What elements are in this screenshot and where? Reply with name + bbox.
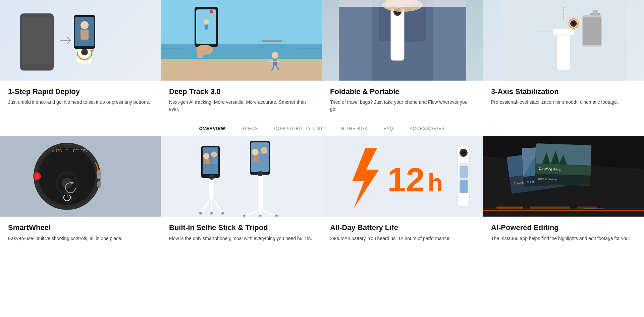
svg-rect-68 <box>97 170 101 179</box>
svg-rect-15 <box>273 59 277 65</box>
feature-content-smartwheel: SmartWheel Easy-to-use intuitive shootin… <box>0 217 161 250</box>
feature-content-portable: Foldable & Portable Tired of travel bags… <box>322 81 483 121</box>
product-nav: OVERVIEW SPECS COMPATIBILITY LIST IN THE… <box>0 121 644 136</box>
feature-desc-smartwheel: Easy-to-use intuitive shooting controls,… <box>8 235 153 242</box>
feature-title-editing: AI-Powered Editing <box>491 223 636 232</box>
svg-point-74 <box>211 151 217 157</box>
feature-desc-stabilization: Professional-level stabilization for smo… <box>491 99 636 106</box>
feature-card-stabilization: 3-Axis Stabilization Professional-level … <box>483 0 644 121</box>
nav-item-inbox[interactable]: IN THE BOX <box>339 126 368 131</box>
svg-point-92 <box>258 171 263 176</box>
nav-item-overview[interactable]: OVERVIEW <box>199 126 225 131</box>
svg-point-108 <box>462 151 466 155</box>
feature-content-selfie: Built-In Selfie Stick & Tripod Flow is t… <box>161 217 322 250</box>
svg-point-23 <box>210 10 213 13</box>
svg-text:12: 12 <box>387 161 425 198</box>
feature-desc-editing: The Insta360 app helps find the highligh… <box>491 235 636 242</box>
svg-text:AUTO: AUTO <box>52 149 62 153</box>
svg-rect-132 <box>530 207 570 209</box>
svg-text:Traveling diary.: Traveling diary. <box>539 167 561 171</box>
feature-image-selfie <box>161 136 322 217</box>
nav-item-compatibility[interactable]: COMPATIBILITY LIST <box>274 126 323 131</box>
svg-rect-90 <box>261 154 267 161</box>
svg-rect-105 <box>460 180 468 193</box>
svg-point-88 <box>261 147 267 154</box>
svg-rect-1 <box>22 17 52 64</box>
svg-rect-89 <box>253 155 259 162</box>
feature-content-battery: All-Day Battery Life 2900mAh battery. Yo… <box>322 217 483 250</box>
svg-rect-131 <box>496 207 523 209</box>
svg-point-78 <box>209 174 214 180</box>
svg-text:PF: PF <box>73 149 78 153</box>
feature-title-smartwheel: SmartWheel <box>8 223 153 232</box>
feature-desc-battery: 2900mAh battery. You heard us. 12 hours … <box>330 235 475 242</box>
nav-item-faq[interactable]: FAQ <box>384 126 393 131</box>
feature-image-smartwheel: AUTO F PF FPV <box>0 136 161 217</box>
svg-rect-133 <box>577 207 597 209</box>
svg-rect-38 <box>339 0 466 7</box>
svg-rect-9 <box>80 30 89 40</box>
svg-text:Best moments: Best moments <box>538 177 558 181</box>
feature-title-stabilization: 3-Axis Stabilization <box>491 87 636 96</box>
svg-rect-22 <box>205 25 208 30</box>
feature-content-track: Deep Track 3.0 Next-gen AI tracking. Mor… <box>161 81 322 121</box>
svg-point-21 <box>204 19 209 25</box>
svg-rect-76 <box>212 157 217 164</box>
svg-rect-91 <box>258 175 263 210</box>
svg-point-82 <box>199 212 202 215</box>
svg-rect-46 <box>583 17 601 45</box>
svg-point-84 <box>210 212 213 215</box>
feature-card-selfie: Built-In Selfie Stick & Tripod Flow is t… <box>161 136 322 250</box>
svg-text:FPV: FPV <box>80 149 88 153</box>
svg-rect-70 <box>161 136 322 217</box>
feature-title-portable: Foldable & Portable <box>330 87 475 96</box>
features-grid-top: 1-Step Rapid Deploy Just unfold it once … <box>0 0 644 121</box>
svg-point-62 <box>35 174 39 179</box>
svg-rect-51 <box>593 10 598 15</box>
feature-card-track: Deep Track 3.0 Next-gen AI tracking. Mor… <box>161 0 322 121</box>
svg-rect-69 <box>97 181 101 187</box>
feature-title-deploy: 1-Step Rapid Deploy <box>8 87 153 96</box>
feature-desc-deploy: Just unfold it once and go. No need to s… <box>8 99 153 106</box>
svg-point-4 <box>81 49 88 55</box>
feature-title-track: Deep Track 3.0 <box>169 87 314 96</box>
feature-image-stabilization <box>483 0 644 81</box>
svg-rect-25 <box>197 46 203 58</box>
svg-rect-134 <box>483 209 644 209</box>
svg-rect-41 <box>553 29 574 35</box>
svg-point-83 <box>221 212 224 215</box>
svg-point-8 <box>80 21 89 29</box>
feature-content-deploy: 1-Step Rapid Deploy Just unfold it once … <box>0 81 161 114</box>
feature-content-stabilization: 3-Axis Stabilization Professional-level … <box>483 81 644 114</box>
svg-rect-10 <box>161 0 322 47</box>
svg-point-44 <box>572 22 575 25</box>
svg-rect-135 <box>584 209 604 209</box>
svg-point-87 <box>252 149 259 155</box>
feature-image-track <box>161 0 322 81</box>
nav-item-accessories[interactable]: ACCESSORIES <box>410 126 445 131</box>
feature-card-portable: Foldable & Portable Tired of travel bags… <box>322 0 483 121</box>
nav-item-specs[interactable]: SPECS <box>241 126 258 131</box>
svg-rect-77 <box>209 178 214 198</box>
features-grid-bottom: AUTO F PF FPV <box>0 136 644 250</box>
feature-desc-track: Next-gen AI tracking. More versatile. Mo… <box>169 99 314 113</box>
feature-desc-selfie: Flow is the only smartphone gimbal with … <box>169 235 314 242</box>
svg-rect-40 <box>557 34 570 71</box>
svg-rect-12 <box>161 59 322 81</box>
feature-desc-portable: Tired of travel bags? Just take your pho… <box>330 99 475 113</box>
svg-point-73 <box>203 153 209 159</box>
feature-title-selfie: Built-In Selfie Stick & Tripod <box>169 223 314 232</box>
feature-card-battery: 12 h All-Day Battery Life 2900mAh batter… <box>322 136 483 250</box>
feature-content-editing: AI-Powered Editing The Insta360 app help… <box>483 217 644 250</box>
svg-rect-106 <box>460 166 468 178</box>
feature-image-portable <box>322 0 483 81</box>
svg-rect-75 <box>204 159 210 164</box>
feature-card-editing: Traveling diary. MY B... <box>483 136 644 250</box>
feature-title-battery: All-Day Battery Life <box>330 223 475 232</box>
svg-text:h: h <box>428 169 443 197</box>
svg-rect-130 <box>483 210 644 211</box>
feature-image-battery: 12 h <box>322 136 483 217</box>
feature-image-editing: Traveling diary. MY B... <box>483 136 644 217</box>
svg-text:F: F <box>65 149 68 153</box>
svg-point-14 <box>272 52 278 59</box>
